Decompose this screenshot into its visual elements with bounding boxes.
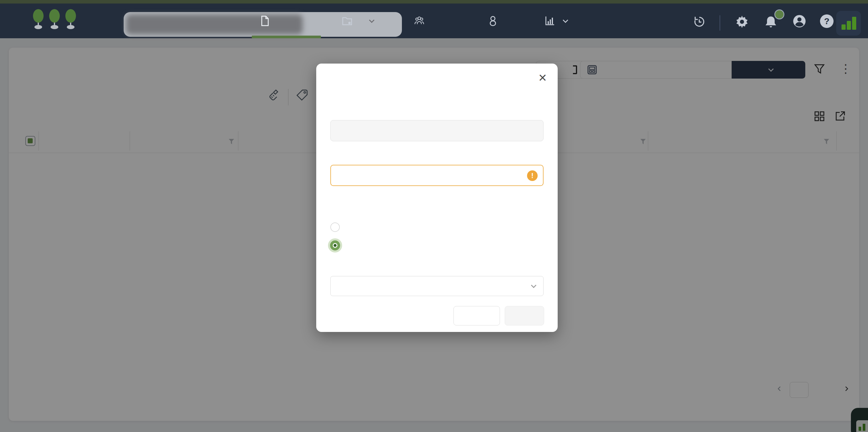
bar-icon: [847, 21, 851, 30]
analytics-icon: [544, 15, 555, 27]
reviewed-count-input[interactable]: !: [330, 165, 544, 186]
remove-review-phase-modal: ✕ !: [316, 64, 558, 332]
batches-icon: [342, 15, 353, 27]
phases-select[interactable]: [330, 276, 544, 296]
bar-icon: [852, 17, 856, 30]
bar-icon: [841, 25, 846, 30]
logo-trees-icon[interactable]: [29, 9, 83, 34]
history-icon[interactable]: [692, 15, 706, 29]
app-screen: ? ⋮: [0, 0, 868, 432]
selected-count-input[interactable]: [330, 120, 544, 141]
tab-data[interactable]: [487, 3, 503, 38]
active-tab-underline: [252, 36, 321, 38]
chevron-down-icon: [563, 18, 568, 23]
radio-on-icon: [328, 238, 342, 253]
gear-icon[interactable]: [735, 15, 749, 29]
navbar: ?: [0, 3, 868, 38]
navbar-divider: [720, 15, 720, 31]
entities-icon: [414, 15, 425, 27]
tab-batches[interactable]: [342, 3, 357, 38]
tab-documents[interactable]: [259, 3, 274, 38]
tab-analytics[interactable]: [544, 3, 567, 38]
notification-badge: [774, 9, 784, 20]
project-version[interactable]: [365, 19, 374, 23]
radio-off-icon: [330, 223, 340, 232]
close-icon[interactable]: ✕: [538, 72, 547, 84]
document-icon: [259, 15, 270, 27]
chevron-down-icon: [369, 18, 374, 23]
radio-remove-specific[interactable]: [330, 241, 347, 250]
top-strip: [0, 0, 868, 3]
help-icon[interactable]: ?: [820, 14, 834, 28]
avatar-icon[interactable]: [793, 14, 806, 28]
green-chart-button[interactable]: [836, 11, 861, 36]
next-button[interactable]: [505, 306, 544, 326]
project-name-redacted: [126, 14, 303, 34]
warning-icon: !: [527, 170, 538, 181]
chevron-down-icon: [531, 283, 536, 288]
tab-entities[interactable]: [414, 3, 429, 38]
radio-remove-all[interactable]: [330, 223, 347, 232]
data-icon: [487, 15, 498, 27]
cancel-button[interactable]: [454, 306, 500, 326]
